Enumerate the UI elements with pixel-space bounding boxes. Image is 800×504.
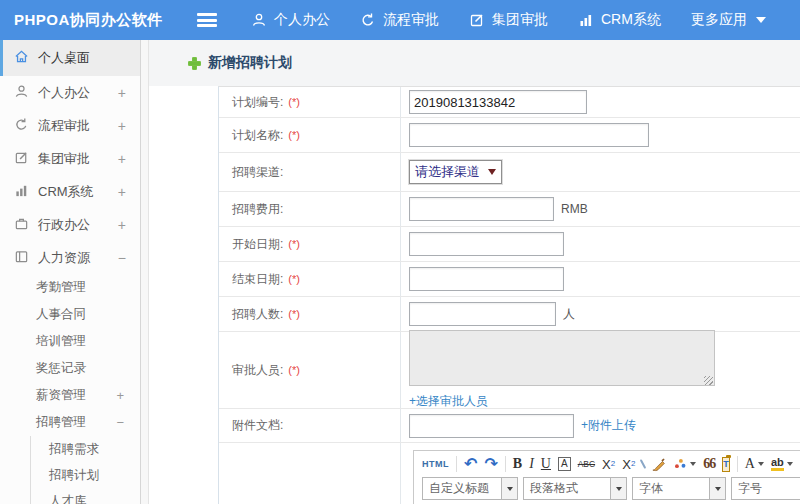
- superscript-button[interactable]: X2: [602, 458, 615, 471]
- sidebar-item-recruit-plan[interactable]: 招聘计划: [31, 462, 140, 488]
- sidebar-item-recruit-mgmt[interactable]: 招聘管理−: [0, 409, 140, 436]
- headcount-input[interactable]: [409, 302, 556, 326]
- expand-icon: +: [118, 151, 126, 167]
- end-date-input[interactable]: [409, 267, 564, 291]
- field-input-cell: RMB: [401, 192, 800, 226]
- font-color-button[interactable]: A: [745, 457, 764, 471]
- subscript-button[interactable]: X2: [622, 458, 635, 471]
- sidebar-item-talent-pool[interactable]: 人才库: [31, 488, 140, 504]
- expand-icon: +: [118, 184, 126, 200]
- fee-input[interactable]: [409, 197, 554, 221]
- sidebar-item-desktop[interactable]: 个人桌面: [0, 40, 140, 76]
- start-date-input[interactable]: [409, 232, 564, 256]
- channel-label: 招聘渠道:: [232, 164, 283, 181]
- topnav-label: 更多应用: [691, 11, 747, 29]
- topnav-group-approval[interactable]: 集团审批: [469, 11, 548, 29]
- sidebar-item-label: CRM系统: [38, 183, 94, 201]
- main-content: 新增招聘计划 计划编号: (*) 计划名称: (*): [149, 40, 800, 504]
- topnav-personal-office[interactable]: 个人办公: [251, 11, 330, 29]
- heading-select[interactable]: 自定义标题: [422, 477, 518, 500]
- font-family-select[interactable]: 字体: [632, 477, 726, 500]
- select-approver-link[interactable]: +选择审批人员: [409, 393, 488, 410]
- font-color-letter: A: [745, 457, 755, 471]
- sidebar-item-hr-contract[interactable]: 人事合同: [0, 301, 140, 328]
- sidebar-item-salary[interactable]: 薪资管理+: [0, 382, 140, 409]
- form-row-headcount: 招聘人数: (*) 人: [219, 297, 800, 332]
- topnav-more-apps[interactable]: 更多应用: [691, 11, 766, 29]
- field-label-cell: 审批人员: (*): [219, 332, 401, 408]
- sidebar-item-process-approval[interactable]: 流程审批 +: [0, 109, 140, 142]
- plan-name-input[interactable]: [409, 123, 649, 147]
- required-mark: (*): [288, 308, 300, 320]
- sidebar-item-label: 个人桌面: [38, 49, 90, 67]
- redo-icon[interactable]: ↷: [484, 456, 497, 472]
- highlight-letters: ab: [771, 457, 784, 471]
- required-mark: (*): [288, 364, 300, 376]
- toolbar-separator: [737, 456, 738, 472]
- sidebar-item-label: 流程审批: [38, 117, 90, 135]
- submenu-label: 培训管理: [36, 333, 86, 350]
- headcount-unit-label: 人: [563, 306, 575, 323]
- paragraph-format-select[interactable]: 段落格式: [523, 477, 627, 500]
- chart-icon: [14, 183, 29, 201]
- field-input-cell: [401, 262, 800, 296]
- topnav-crm[interactable]: CRM系统: [578, 11, 661, 29]
- bold-button[interactable]: B: [513, 457, 522, 471]
- expand-icon: +: [118, 118, 126, 134]
- plan-no-input[interactable]: [409, 90, 587, 114]
- channel-select[interactable]: 请选择渠道: [409, 160, 502, 184]
- field-input-cell: +附件上传: [401, 409, 800, 442]
- submenu-label: 考勤管理: [36, 279, 86, 296]
- sidebar-item-label: 人力资源: [38, 249, 90, 267]
- font-size-select[interactable]: 字号: [731, 477, 800, 500]
- plus-icon: [188, 57, 201, 70]
- field-label-cell: 结束日期: (*): [219, 262, 401, 296]
- font-style-button[interactable]: A: [558, 457, 571, 471]
- form-row-start-date: 开始日期: (*): [219, 227, 800, 262]
- sidebar-item-recruit-demand[interactable]: 招聘需求: [31, 436, 140, 462]
- collapse-icon: −: [116, 415, 124, 430]
- app-logo[interactable]: PHPOA协同办公软件: [0, 11, 197, 30]
- expand-icon: +: [118, 217, 126, 233]
- topnav-process-approval[interactable]: 流程审批: [360, 11, 439, 29]
- html-source-button[interactable]: HTML: [422, 460, 449, 469]
- fee-unit-label: RMB: [561, 202, 588, 216]
- topnav-label: CRM系统: [601, 11, 661, 29]
- sidebar-item-group-approval[interactable]: 集团审批 +: [0, 142, 140, 175]
- paragraph-select-value: 段落格式: [524, 478, 610, 499]
- highlight-button[interactable]: ab: [771, 457, 793, 471]
- form-row-plan-name: 计划名称: (*): [219, 118, 800, 153]
- underline-button[interactable]: U: [541, 457, 551, 471]
- plan-no-label: 计划编号:: [232, 94, 283, 111]
- attachment-upload-link[interactable]: +附件上传: [581, 417, 636, 434]
- eraser-icon[interactable]: [640, 459, 646, 469]
- palette-icon[interactable]: [673, 457, 696, 471]
- approver-textarea[interactable]: [409, 330, 715, 386]
- strikethrough-button[interactable]: ABC: [578, 460, 595, 469]
- undo-icon[interactable]: ↶: [464, 456, 477, 472]
- sidebar-divider: [141, 40, 149, 504]
- menu-icon[interactable]: [197, 13, 217, 27]
- brush-icon[interactable]: [651, 457, 666, 472]
- paste-icon[interactable]: T: [722, 457, 730, 472]
- size-select-value: 字号: [732, 478, 800, 499]
- sidebar-item-rewards[interactable]: 奖惩记录: [0, 355, 140, 382]
- sidebar-item-hr[interactable]: 人力资源 −: [0, 241, 140, 274]
- blockquote-icon[interactable]: 66: [703, 457, 715, 471]
- sidebar-item-crm[interactable]: CRM系统 +: [0, 175, 140, 208]
- caret-down-icon: [501, 478, 517, 499]
- sidebar-item-attendance[interactable]: 考勤管理: [0, 274, 140, 301]
- submenu-label: 薪资管理: [36, 387, 86, 404]
- toolbar-separator: [505, 456, 506, 472]
- editor-toolbar-row2: 自定义标题 段落格式 字体 字号: [414, 475, 800, 504]
- attachment-input[interactable]: [409, 414, 574, 438]
- sidebar-item-admin-office[interactable]: 行政办公 +: [0, 208, 140, 241]
- topnav-label: 集团审批: [492, 11, 548, 29]
- field-input-cell: HTML ↶ ↷ B I U A ABC X2 X2: [401, 443, 800, 504]
- italic-button[interactable]: I: [529, 457, 534, 471]
- field-label-cell: 附件文档:: [219, 409, 401, 442]
- sidebar-item-label: 集团审批: [38, 150, 90, 168]
- sidebar-item-personal-office[interactable]: 个人办公 +: [0, 76, 140, 109]
- sidebar-item-training[interactable]: 培训管理: [0, 328, 140, 355]
- field-label-cell: 招聘人数: (*): [219, 297, 401, 331]
